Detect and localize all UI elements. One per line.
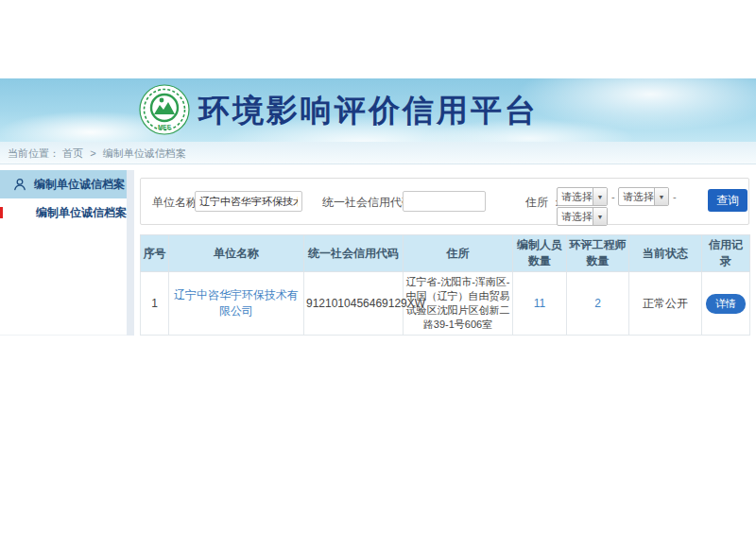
col-credit-code: 统一社会信用代码 [304,235,404,272]
district-select[interactable]: 请选择 ▼ [557,207,608,226]
sidebar-item-label: 编制单位诚信档案 [36,206,127,219]
query-button[interactable]: 查询 [708,189,747,212]
col-unit-name: 单位名称 [169,235,304,272]
active-indicator [0,207,3,218]
cell-credit-code: 9121010456469129XW [304,272,404,336]
table-header-row: 序号 单位名称 统一社会信用代码 住所 编制人员数量 环评工程师数量 当前状态 … [141,235,750,272]
breadcrumb-separator: > [90,147,95,159]
mee-logo-icon: MEE [139,84,190,135]
breadcrumb-home-link[interactable]: 首页 [62,147,83,159]
engineer-count-link[interactable]: 2 [594,297,601,310]
breadcrumb: 当前位置： 首页 > 编制单位诚信档案 [0,142,756,164]
address-dash: - [611,191,615,202]
sidebar-section-header[interactable]: 编制单位诚信档案 [0,170,127,198]
sidebar-section-title: 编制单位诚信档案 [34,170,125,198]
province-select[interactable]: 请选择 ▼ [557,187,608,206]
credit-code-input[interactable] [403,191,486,212]
breadcrumb-prefix: 当前位置： [8,147,60,159]
page: MEE 环境影响评价信用平台 当前位置： 首页 > 编制单位诚信档案 编制单位诚… [0,0,756,534]
col-serial: 序号 [141,235,169,272]
search-panel: 单位名称 ： 统一社会信用代码 ： 住所 ： 请选择 ▼ - 请选择 ▼ - 请… [140,178,749,225]
col-status: 当前状态 [629,235,702,272]
col-credit-record: 信用记录 [702,235,750,272]
col-staff-count: 编制人员数量 [513,235,567,272]
cell-status: 正常公开 [629,272,702,336]
col-engineer-count: 环评工程师数量 [567,235,629,272]
detail-button[interactable]: 详情 [706,294,746,314]
user-icon [13,178,26,191]
chevron-down-icon: ▼ [593,208,607,225]
table-row: 1 辽宁中咨华宇环保技术有限公司 9121010456469129XW 辽宁省-… [141,272,750,336]
unit-name-input[interactable] [195,191,302,212]
page-title: 环境影响评价信用平台 [198,78,539,142]
results-table: 序号 单位名称 统一社会信用代码 住所 编制人员数量 环评工程师数量 当前状态 … [140,234,750,336]
header-banner: MEE 环境影响评价信用平台 [0,78,756,142]
unit-name-link[interactable]: 辽宁中咨华宇环保技术有限公司 [174,288,299,318]
sidebar-item-credit-archive[interactable]: 编制单位诚信档案 [0,198,127,227]
svg-text:MEE: MEE [158,124,172,130]
sidebar: 编制单位诚信档案 编制单位诚信档案 [0,170,127,336]
cell-serial: 1 [141,272,169,336]
col-address: 住所 [404,235,513,272]
sidebar-divider [127,170,134,336]
staff-count-link[interactable]: 11 [534,297,545,310]
chevron-down-icon: ▼ [654,188,668,205]
address-dash-2: - [673,191,677,202]
chevron-down-icon: ▼ [593,188,607,205]
cell-address: 辽宁省-沈阳市-浑南区-中国（辽宁）自由贸易试验区沈阳片区创新二路39-1号60… [404,272,513,336]
breadcrumb-current: 编制单位诚信档案 [103,147,186,159]
city-select[interactable]: 请选择 ▼ [618,187,669,206]
